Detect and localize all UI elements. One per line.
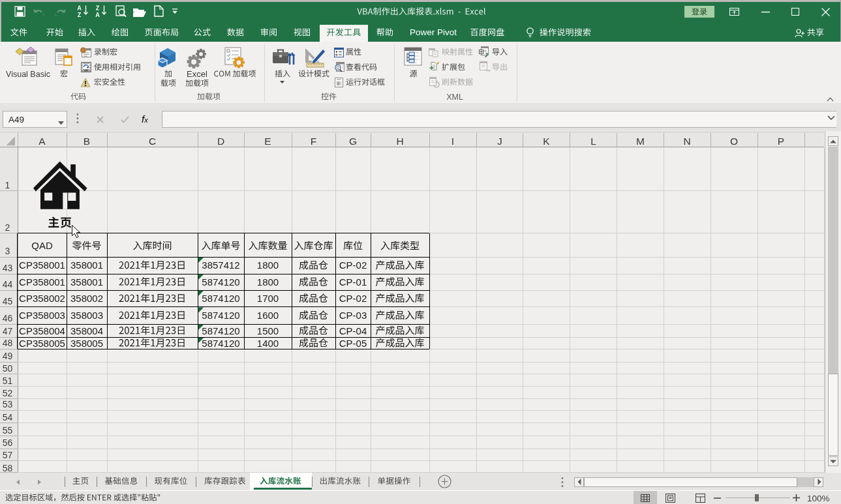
- svg-text:I: I: [451, 136, 454, 147]
- svg-text:358004: 358004: [70, 325, 103, 336]
- svg-text:1800: 1800: [257, 276, 279, 288]
- svg-text:H: H: [396, 136, 403, 147]
- svg-text:46: 46: [3, 313, 13, 323]
- svg-text:3: 3: [5, 246, 10, 256]
- svg-text:358002: 358002: [70, 293, 103, 304]
- svg-text:M: M: [636, 136, 645, 147]
- svg-text:45: 45: [3, 296, 13, 306]
- svg-text:D: D: [217, 136, 224, 147]
- svg-text:1700: 1700: [257, 293, 279, 304]
- svg-text:CP358002: CP358002: [19, 293, 65, 304]
- svg-text:CP358005: CP358005: [19, 338, 65, 349]
- svg-text:L: L: [590, 136, 596, 147]
- svg-text:5874120: 5874120: [202, 276, 239, 288]
- svg-text:54: 54: [3, 412, 13, 422]
- svg-text:CP-04: CP-04: [339, 325, 367, 336]
- svg-text:E: E: [264, 136, 271, 147]
- svg-text:3857412: 3857412: [202, 259, 239, 271]
- svg-text:5874120: 5874120: [202, 310, 239, 321]
- svg-text:CP358004: CP358004: [19, 325, 65, 336]
- svg-text:A: A: [38, 136, 46, 147]
- svg-text:B: B: [84, 136, 90, 147]
- svg-text:47: 47: [3, 326, 13, 336]
- svg-text:51: 51: [3, 376, 13, 386]
- svg-text:CP-01: CP-01: [339, 276, 367, 288]
- svg-text:43: 43: [3, 263, 13, 273]
- svg-text:1: 1: [5, 180, 10, 190]
- svg-text:CP358001: CP358001: [19, 276, 65, 288]
- svg-text:2: 2: [5, 222, 10, 233]
- svg-text:358001: 358001: [70, 276, 103, 288]
- svg-text:CP358001: CP358001: [19, 259, 65, 271]
- svg-text:50: 50: [3, 363, 13, 374]
- svg-text:58: 58: [3, 463, 13, 473]
- svg-text:O: O: [730, 136, 738, 147]
- svg-text:C: C: [149, 136, 156, 147]
- svg-text:CP-02: CP-02: [339, 259, 367, 271]
- svg-text:49: 49: [3, 351, 13, 361]
- svg-text:5874120: 5874120: [202, 293, 239, 304]
- svg-text:55: 55: [3, 425, 13, 436]
- svg-text:P: P: [778, 136, 784, 147]
- svg-text:CP-02: CP-02: [339, 293, 367, 304]
- svg-text:1400: 1400: [257, 338, 279, 349]
- svg-text:358001: 358001: [70, 259, 103, 271]
- svg-text:1600: 1600: [257, 310, 279, 321]
- svg-text:K: K: [543, 136, 550, 147]
- svg-text:G: G: [349, 136, 357, 147]
- svg-text:CP358003: CP358003: [19, 310, 65, 321]
- svg-text:56: 56: [3, 437, 13, 448]
- svg-text:52: 52: [3, 388, 13, 398]
- svg-text:53: 53: [3, 399, 13, 409]
- svg-text:N: N: [684, 136, 691, 147]
- svg-text:J: J: [497, 136, 502, 147]
- svg-text:48: 48: [3, 338, 13, 348]
- svg-text:CP-05: CP-05: [339, 338, 367, 349]
- svg-text:5874120: 5874120: [202, 325, 239, 336]
- svg-text:358005: 358005: [70, 338, 103, 349]
- svg-text:F: F: [311, 136, 316, 147]
- svg-text:358003: 358003: [70, 310, 103, 321]
- svg-text:5874120: 5874120: [202, 338, 239, 349]
- svg-text:CP-03: CP-03: [339, 310, 367, 321]
- svg-text:57: 57: [3, 450, 13, 460]
- svg-text:44: 44: [3, 279, 13, 289]
- svg-text:QAD: QAD: [31, 240, 53, 251]
- svg-text:1800: 1800: [257, 259, 279, 271]
- svg-text:1500: 1500: [257, 325, 279, 336]
